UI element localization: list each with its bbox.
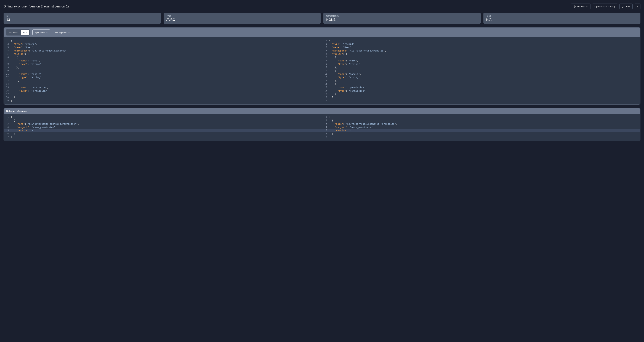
code-line: 14 { bbox=[4, 83, 322, 86]
history-label: History bbox=[577, 5, 584, 8]
code-line: 4 "subject": "avro_permission", bbox=[322, 126, 640, 129]
tab-diff[interactable]: Diff bbox=[21, 30, 29, 35]
clock-icon bbox=[574, 5, 576, 8]
code-content: "subject": "avro_permission", bbox=[11, 126, 57, 129]
code-line: 1{ bbox=[4, 39, 322, 42]
line-number: 3 bbox=[6, 46, 11, 49]
code-line: 13 }, bbox=[322, 79, 640, 83]
line-number: 19 bbox=[324, 99, 329, 103]
line-number: 5 bbox=[324, 52, 329, 56]
line-number: 15 bbox=[6, 86, 11, 89]
code-line: 4 "namespace": "io.factorhouse.examples"… bbox=[322, 49, 640, 53]
code-content: "name": "name", bbox=[329, 59, 358, 62]
card-value: NONE bbox=[326, 18, 478, 22]
code-content: { bbox=[11, 69, 18, 73]
code-content: "subject": "avro_permission", bbox=[329, 126, 375, 129]
diff-toolbar: Schema Diff Split view Diff against bbox=[4, 27, 640, 37]
code-content: "name": "handle", bbox=[11, 72, 43, 76]
schema-diff-toggle: Schema Diff bbox=[6, 29, 30, 35]
code-line: 13 }, bbox=[4, 79, 322, 83]
code-line: 4 "namespace": "io.factorhouse.examples"… bbox=[4, 49, 322, 53]
code-content: "type": "Permission" bbox=[329, 89, 366, 93]
line-number: 13 bbox=[6, 79, 11, 83]
split-view-dropdown[interactable]: Split view bbox=[32, 29, 50, 35]
line-number: 14 bbox=[324, 83, 329, 86]
line-number: 6 bbox=[6, 56, 11, 59]
code-content: { bbox=[11, 39, 12, 42]
code-line: 19} bbox=[4, 99, 322, 103]
code-line: 6 } bbox=[322, 132, 640, 136]
code-content: "type": "record", bbox=[329, 42, 356, 46]
code-line: 15 "name": "permission", bbox=[322, 86, 640, 89]
line-number: 10 bbox=[324, 69, 329, 73]
code-line: 17 } bbox=[322, 93, 640, 96]
code-line: 7 "name": "name", bbox=[4, 59, 322, 62]
code-content: "type": "string" bbox=[11, 76, 42, 79]
code-line: 5 "fields": [ bbox=[322, 52, 640, 56]
history-button[interactable]: History bbox=[571, 3, 590, 9]
line-number: 1 bbox=[6, 116, 11, 119]
line-number: 19 bbox=[6, 99, 11, 103]
code-line: 8 "type": "string" bbox=[4, 62, 322, 66]
chevron-down-icon bbox=[68, 32, 70, 33]
code-line: 3 "name": "io.factorhouse.examples.Permi… bbox=[322, 122, 640, 126]
line-number: 12 bbox=[6, 76, 11, 79]
code-content: "type": "string" bbox=[329, 76, 360, 79]
update-compatibility-button[interactable]: Update compatibility bbox=[592, 3, 618, 9]
tab-schema[interactable]: Schema bbox=[6, 30, 20, 35]
refs-right-pane[interactable]: 1[2 {3 "name": "io.factorhouse.examples.… bbox=[322, 114, 640, 141]
schema-left-pane[interactable]: 1{2 "type": "record",3 "name": "User",4 … bbox=[4, 37, 322, 104]
close-button[interactable] bbox=[634, 3, 640, 9]
code-content: "name": "name", bbox=[11, 59, 40, 62]
code-content: "type": "string" bbox=[329, 62, 360, 66]
info-card: TypeAVRO bbox=[164, 13, 321, 24]
diff-against-dropdown[interactable]: Diff against bbox=[53, 30, 72, 35]
code-line: 3 "name": "io.factorhouse.examples.Permi… bbox=[4, 122, 322, 126]
edit-button[interactable]: Edit bbox=[620, 3, 632, 9]
page-header: Diffing avro_user (version 2 against ver… bbox=[4, 3, 640, 9]
refs-left-pane[interactable]: 1[2 {3 "name": "io.factorhouse.examples.… bbox=[4, 114, 322, 141]
code-line: 9 }, bbox=[4, 66, 322, 69]
line-number: 13 bbox=[324, 79, 329, 83]
card-value: N/A bbox=[486, 18, 638, 22]
line-number: 7 bbox=[324, 136, 329, 139]
line-number: 6 bbox=[324, 132, 329, 136]
chevron-down-icon bbox=[586, 6, 588, 7]
code-line: 10 { bbox=[4, 69, 322, 73]
code-content: { bbox=[11, 119, 15, 122]
line-number: 18 bbox=[6, 96, 11, 99]
code-content: [ bbox=[329, 116, 330, 119]
line-number: 5 bbox=[324, 129, 329, 132]
edit-label: Edit bbox=[626, 5, 630, 8]
code-content: "name": "io.factorhouse.examples.Permiss… bbox=[329, 122, 398, 126]
code-content: "version": 1 bbox=[11, 129, 33, 132]
line-number: 7 bbox=[6, 59, 11, 62]
code-line: 5 "fields": [ bbox=[4, 52, 322, 56]
line-number: 10 bbox=[6, 69, 11, 73]
card-label: Compatability bbox=[326, 15, 478, 17]
code-line: 14 { bbox=[322, 83, 640, 86]
code-line: 6 { bbox=[4, 56, 322, 59]
code-content: "name": "io.factorhouse.examples.Permiss… bbox=[11, 122, 79, 126]
update-compatibility-label: Update compatibility bbox=[594, 5, 615, 8]
info-cards: ID13TypeAVROCompatabilityNONETopicN/A bbox=[4, 13, 640, 24]
line-number: 1 bbox=[324, 116, 329, 119]
line-number: 4 bbox=[6, 126, 11, 129]
code-line: 19} bbox=[322, 99, 640, 103]
line-number: 11 bbox=[324, 72, 329, 76]
code-content: } bbox=[11, 93, 18, 96]
schema-right-pane[interactable]: 1{2 "type": "record",3 "name": "User",4 … bbox=[322, 37, 640, 104]
line-number: 9 bbox=[324, 66, 329, 69]
code-line: 3 "name": "User", bbox=[322, 46, 640, 49]
code-content: { bbox=[329, 69, 336, 73]
code-content: "type": "string" bbox=[11, 62, 42, 66]
code-content: { bbox=[329, 39, 330, 42]
code-content: } bbox=[11, 99, 12, 103]
line-number: 2 bbox=[6, 119, 11, 122]
code-line: 11 "name": "handle", bbox=[322, 72, 640, 76]
line-number: 17 bbox=[324, 93, 329, 96]
code-line: 1[ bbox=[322, 116, 640, 119]
code-line: 1{ bbox=[322, 39, 640, 42]
line-number: 7 bbox=[6, 136, 11, 139]
line-number: 8 bbox=[324, 62, 329, 66]
